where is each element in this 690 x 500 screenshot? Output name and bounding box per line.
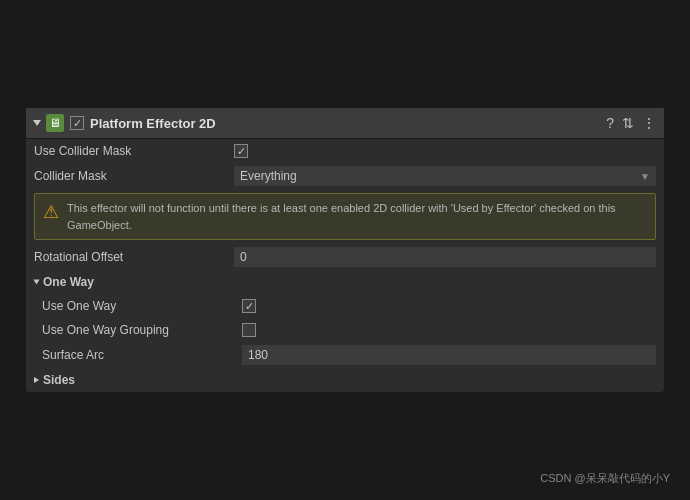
rotational-offset-row: Rotational Offset bbox=[26, 244, 664, 270]
rotational-offset-value bbox=[234, 247, 656, 267]
surface-arc-label: Surface Arc bbox=[42, 348, 242, 362]
panel-header: 🖥 ✓ Platform Effector 2D ? ⇅ ⋮ bbox=[26, 108, 664, 139]
sides-section-header[interactable]: Sides bbox=[26, 368, 664, 392]
use-one-way-grouping-checkbox[interactable] bbox=[242, 323, 256, 337]
settings-icon[interactable]: ⇅ bbox=[622, 115, 634, 131]
one-way-section-label: One Way bbox=[43, 275, 94, 289]
surface-arc-row: Surface Arc bbox=[26, 342, 664, 368]
use-one-way-grouping-value bbox=[242, 323, 656, 337]
collider-mask-label: Collider Mask bbox=[34, 169, 234, 183]
panel-header-icons: ? ⇅ ⋮ bbox=[606, 115, 656, 131]
warning-box: ⚠ This effector will not function until … bbox=[34, 193, 656, 240]
one-way-section-header[interactable]: One Way bbox=[26, 270, 664, 294]
use-one-way-label: Use One Way bbox=[42, 299, 242, 313]
use-collider-mask-checkbox[interactable]: ✓ bbox=[234, 144, 248, 158]
dropdown-arrow-icon: ▼ bbox=[640, 171, 650, 182]
collider-mask-row: Collider Mask Everything ▼ bbox=[26, 163, 664, 189]
warning-text: This effector will not function until th… bbox=[67, 200, 647, 233]
more-options-icon[interactable]: ⋮ bbox=[642, 115, 656, 131]
component-enabled-checkbox[interactable]: ✓ bbox=[70, 116, 84, 130]
use-collider-mask-label: Use Collider Mask bbox=[34, 144, 234, 158]
use-one-way-checkbox[interactable]: ✓ bbox=[242, 299, 256, 313]
use-one-way-value: ✓ bbox=[242, 299, 656, 313]
one-way-collapse-icon bbox=[34, 280, 40, 285]
sides-section-label: Sides bbox=[43, 373, 75, 387]
use-collider-mask-row: Use Collider Mask ✓ bbox=[26, 139, 664, 163]
use-one-way-grouping-label: Use One Way Grouping bbox=[42, 323, 242, 337]
collider-mask-value: Everything ▼ bbox=[234, 166, 656, 186]
collider-mask-dropdown-value: Everything bbox=[240, 169, 297, 183]
collapse-toggle-icon[interactable] bbox=[33, 120, 41, 126]
rotational-offset-label: Rotational Offset bbox=[34, 250, 234, 264]
help-icon[interactable]: ? bbox=[606, 115, 614, 131]
use-collider-mask-value: ✓ bbox=[234, 144, 656, 158]
sides-collapse-icon bbox=[34, 377, 39, 383]
use-one-way-grouping-row: Use One Way Grouping bbox=[26, 318, 664, 342]
rotational-offset-input[interactable] bbox=[234, 247, 656, 267]
warning-icon: ⚠ bbox=[43, 201, 59, 223]
surface-arc-input[interactable] bbox=[242, 345, 656, 365]
platform-effector-panel: 🖥 ✓ Platform Effector 2D ? ⇅ ⋮ Use Colli… bbox=[25, 107, 665, 393]
collider-mask-dropdown[interactable]: Everything ▼ bbox=[234, 166, 656, 186]
watermark: CSDN @呆呆敲代码的小Y bbox=[540, 471, 670, 486]
component-icon: 🖥 bbox=[46, 114, 64, 132]
surface-arc-value bbox=[242, 345, 656, 365]
panel-title: Platform Effector 2D bbox=[90, 116, 600, 131]
use-one-way-row: Use One Way ✓ bbox=[26, 294, 664, 318]
